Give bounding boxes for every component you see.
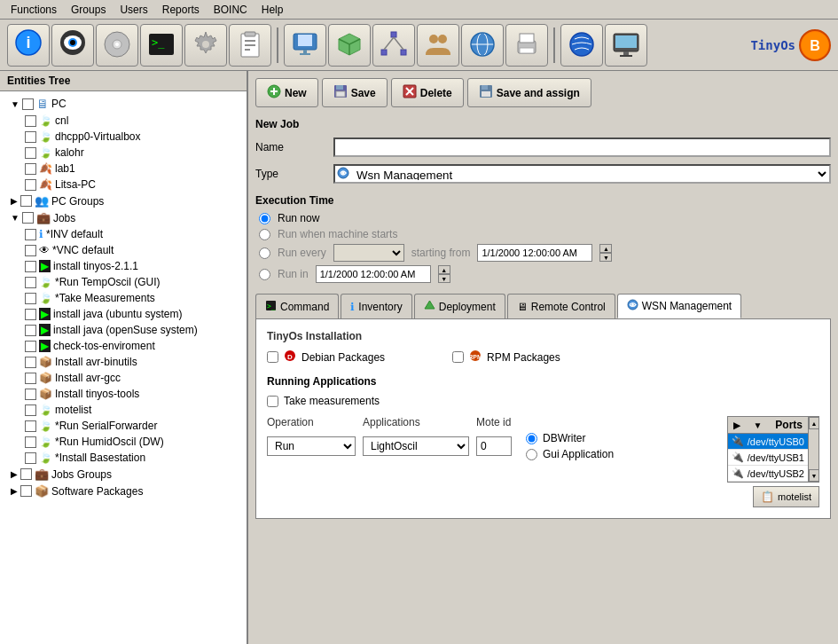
toolbar-printer-btn[interactable] [505, 24, 548, 67]
tree-jobs-groups[interactable]: ▶ 💼 Jobs Groups [4, 466, 243, 483]
tree-dhcpp0[interactable]: 🍃 dhcpp0-Virtualbox [4, 129, 243, 145]
checkbox[interactable] [25, 261, 36, 272]
toolbar-monitor-btn[interactable] [605, 24, 647, 67]
checkbox[interactable] [25, 115, 36, 127]
tree-cnl[interactable]: 🍃 cnl [4, 113, 243, 129]
checkbox[interactable] [25, 404, 36, 416]
tree-install-basestation[interactable]: 🍃 *Install Basestation [4, 450, 243, 466]
tree-install-avr-binutils[interactable]: 📦 Install avr-binutils [4, 354, 243, 370]
datetime-down2-btn[interactable]: ▼ [438, 274, 450, 283]
name-input[interactable] [333, 137, 831, 157]
datetime-up2-btn[interactable]: ▲ [438, 265, 450, 274]
checkbox[interactable] [25, 245, 36, 256]
checkbox[interactable] [25, 357, 36, 368]
datetime-spinner-1[interactable]: ▲ ▼ [599, 244, 612, 262]
toolbar-groups-btn[interactable] [417, 24, 459, 67]
type-select[interactable]: Wsn Management Command Deployment Remote… [333, 164, 831, 184]
toolbar-settings-btn[interactable] [184, 24, 227, 67]
run-every-radio[interactable] [259, 247, 270, 259]
tree-jobs-root[interactable]: ▼ 💼 Jobs [4, 209, 243, 226]
tree-run-humidoscil[interactable]: 🍃 *Run HumidOscil (DW) [4, 434, 243, 450]
tree-install-tinyos[interactable]: ▶ install tinyos-2.1.1 [4, 258, 243, 274]
dbwriter-radio[interactable] [526, 433, 537, 444]
toolbar-terminal-btn[interactable]: >_ [140, 24, 183, 67]
checkbox[interactable] [25, 277, 36, 288]
operation-select[interactable]: Run Stop Install [267, 436, 356, 456]
datetime-down-btn[interactable]: ▼ [599, 253, 612, 262]
toolbar-desktop-btn[interactable] [284, 24, 326, 67]
menu-users[interactable]: Users [113, 2, 154, 18]
tree-pc-root[interactable]: ▼ 🖥 PC [4, 95, 243, 113]
checkbox[interactable] [20, 485, 32, 497]
tree-lab1[interactable]: 🍂 lab1 [4, 161, 243, 177]
checkbox[interactable] [25, 389, 36, 400]
toolbar-globe2-btn[interactable] [560, 24, 603, 67]
tree-run-temposcil[interactable]: 🍃 *Run TempOscil (GUI) [4, 274, 243, 290]
run-in-input[interactable] [316, 265, 431, 283]
tree-litsa-pc[interactable]: 🍂 Litsa-PC [4, 177, 243, 192]
run-when-starts-radio[interactable] [259, 229, 270, 240]
gui-app-radio[interactable] [526, 449, 537, 460]
run-every-select[interactable] [333, 244, 404, 262]
toolbar-clipboard-btn[interactable] [229, 24, 271, 67]
save-assign-button[interactable]: Save and assign [467, 78, 591, 107]
tree-install-java-opensuse[interactable]: ▶ install java (openSuse system) [4, 322, 243, 338]
checkbox[interactable] [25, 452, 36, 464]
port-usb2[interactable]: 🔌 /dev/ttyUSB2 [728, 466, 808, 482]
tab-remote-control[interactable]: 🖥 Remote Control [507, 294, 615, 318]
scrollbar-up-btn[interactable]: ▲ [809, 417, 819, 429]
tree-take-measurements[interactable]: 🍃 *Take Measurements [4, 290, 243, 306]
checkbox[interactable] [25, 341, 36, 352]
menu-groups[interactable]: Groups [64, 2, 113, 18]
port-usb1[interactable]: 🔌 /dev/ttyUSB1 [728, 450, 808, 466]
checkbox[interactable] [20, 468, 32, 480]
toolbar-eye-btn[interactable] [51, 24, 94, 67]
checkbox[interactable] [25, 131, 36, 143]
scrollbar-down-btn[interactable]: ▼ [809, 469, 819, 482]
checkbox[interactable] [25, 309, 36, 320]
run-in-radio[interactable] [259, 269, 270, 280]
tab-deployment[interactable]: Deployment [414, 294, 505, 318]
applications-select[interactable]: LightOscil TempOscil HumidOscil [363, 436, 469, 456]
debian-packages-checkbox[interactable] [267, 351, 278, 363]
menu-reports[interactable]: Reports [155, 2, 207, 18]
rpm-packages-checkbox[interactable] [452, 351, 464, 363]
tree-vnc-default[interactable]: 👁 *VNC default [4, 242, 243, 258]
checkbox[interactable] [25, 325, 36, 336]
datetime-spinner-2[interactable]: ▲ ▼ [438, 265, 450, 283]
mote-id-input[interactable] [476, 436, 512, 456]
port-usb0[interactable]: 🔌 /dev/ttyUSB0 [728, 434, 808, 450]
checkbox[interactable] [25, 373, 36, 384]
datetime-up-btn[interactable]: ▲ [599, 244, 612, 253]
checkbox[interactable] [25, 420, 36, 432]
run-now-radio[interactable] [259, 213, 270, 224]
tab-inventory[interactable]: ℹ Inventory [341, 294, 411, 318]
checkbox[interactable] [22, 212, 34, 224]
tree-pc-groups[interactable]: ▶ 👥 PC Groups [4, 192, 243, 209]
new-button[interactable]: New [255, 78, 318, 107]
tree-run-serialforwarder[interactable]: 🍃 *Run SerialForwarder [4, 418, 243, 434]
toolbar-globe-btn[interactable] [461, 24, 504, 67]
checkbox[interactable] [22, 98, 34, 110]
tree-install-tinyos-tools[interactable]: 📦 Install tinyos-tools [4, 386, 243, 402]
checkbox[interactable] [25, 229, 36, 240]
tree-kalohr[interactable]: 🍃 kalohr [4, 145, 243, 161]
tree-check-tos[interactable]: ▶ check-tos-enviroment [4, 338, 243, 354]
checkbox[interactable] [25, 163, 36, 175]
ports-scrollbar[interactable]: ▲ ▼ [808, 417, 818, 482]
checkbox[interactable] [25, 179, 36, 191]
take-measurements-checkbox[interactable] [267, 396, 278, 407]
save-button[interactable]: Save [322, 78, 388, 107]
menu-help[interactable]: Help [255, 2, 291, 18]
tree-install-avr-gcc[interactable]: 📦 Install avr-gcc [4, 370, 243, 386]
tree-install-java-ubuntu[interactable]: ▶ install java (ubuntu system) [4, 306, 243, 322]
motelist-button[interactable]: 📋 motelist [753, 486, 819, 507]
checkbox[interactable] [25, 147, 36, 159]
toolbar-cd-btn[interactable] [96, 24, 138, 67]
menu-functions[interactable]: Functions [4, 2, 64, 18]
tab-command[interactable]: >_ Command [255, 294, 339, 318]
tab-wsn-management[interactable]: WSN Management [617, 294, 741, 318]
tree-software-packages[interactable]: ▶ 📦 Software Packages [4, 483, 243, 499]
toolbar-network-btn[interactable] [372, 24, 415, 67]
toolbar-package-btn[interactable] [328, 24, 371, 67]
